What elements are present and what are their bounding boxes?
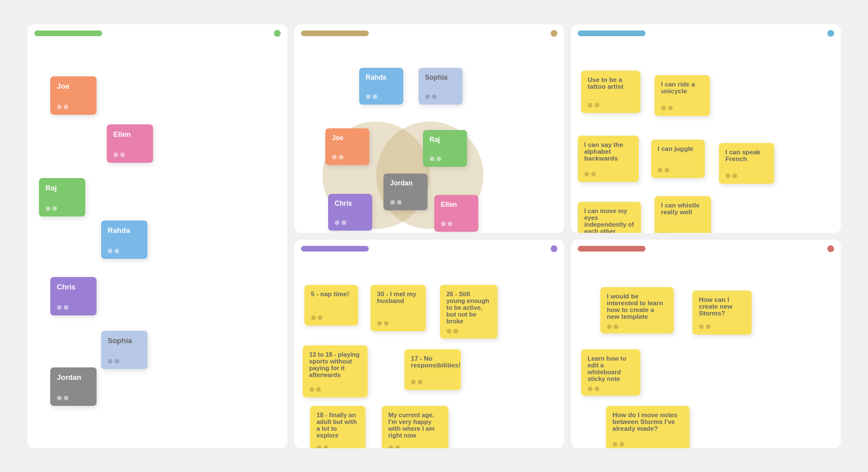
sticky-age-18-label: 18 - finally an adult but with a lot to … [317, 412, 359, 439]
sticky-storms-create-label: How can I create new Storms? [699, 296, 745, 317]
sticky-juggle-label: I can juggle [658, 145, 698, 152]
sticky-unicycle-label: I can ride a unicycle [661, 81, 703, 94]
sticky-age-current-label: My current age. I'm very happy with wher… [389, 412, 442, 439]
talents-panel-content: Use to be a tattoo artist I can ride a u… [571, 42, 841, 233]
sticky-venn-ellen-label: Ellen [441, 201, 472, 209]
sticky-tattoo-label: Use to be a tattoo artist [588, 76, 634, 90]
sticky-move-notes-label: How do I move notes between Storms I've … [613, 412, 683, 432]
talents-panel-header [571, 24, 841, 42]
sticky-venn-sophia[interactable]: Sophia [418, 68, 463, 105]
sticky-jordan-label: Jordan [57, 373, 90, 382]
sticky-age-26-label: 26 - Still young enough to be active, bu… [447, 291, 491, 324]
venn-panel-header [294, 24, 564, 42]
sticky-age-17-label: 17 - No responsibilities! [411, 355, 454, 369]
sticky-joe[interactable]: Joe [50, 76, 97, 115]
sticky-eyes[interactable]: I can move my eyes independently of each… [578, 202, 641, 233]
questions-panel: I would be interested to learn how to cr… [571, 240, 841, 448]
ages-panel-header [294, 240, 564, 258]
sticky-unicycle[interactable]: I can ride a unicycle [655, 75, 710, 116]
sticky-juggle[interactable]: I can juggle [651, 140, 705, 178]
sticky-sophia-label: Sophia [108, 336, 141, 345]
sticky-joe-label: Joe [57, 82, 90, 90]
sticky-venn-chris-label: Chris [335, 200, 365, 207]
ages-header-dot [551, 245, 557, 252]
sticky-age-13-label: 13 to 18 - playing sports without paying… [309, 351, 361, 378]
sticky-ellen-label: Ellen [114, 130, 146, 138]
sticky-age-5[interactable]: 5 - nap time! [304, 285, 358, 326]
sticky-age-18[interactable]: 18 - finally an adult but with a lot to … [310, 406, 365, 448]
people-header-bar [34, 31, 102, 36]
venn-panel: Rahda Sophia Joe Raj Jordan [294, 24, 564, 233]
sticky-ellen[interactable]: Ellen [107, 124, 153, 163]
sticky-venn-ellen[interactable]: Ellen [434, 195, 478, 232]
talents-panel: Use to be a tattoo artist I can ride a u… [571, 24, 841, 233]
sticky-chris[interactable]: Chris [50, 277, 97, 315]
people-header-dot [274, 30, 281, 37]
sticky-venn-rahda[interactable]: Rahda [359, 68, 403, 105]
talents-header-bar [578, 31, 645, 36]
sticky-edit-note[interactable]: Learn how to edit a whiteboard sticky no… [581, 349, 640, 396]
sticky-storms-create[interactable]: How can I create new Storms? [692, 291, 752, 335]
sticky-french-label: I can speak French [726, 149, 767, 162]
sticky-venn-joe-label: Joe [332, 134, 363, 142]
sticky-venn-raj-label: Raj [430, 136, 460, 144]
sticky-tattoo[interactable]: Use to be a tattoo artist [581, 71, 640, 113]
sticky-venn-chris[interactable]: Chris [328, 194, 372, 231]
sticky-venn-joe[interactable]: Joe [325, 128, 369, 165]
talents-header-dot [827, 30, 834, 37]
questions-header-dot [827, 245, 834, 252]
sticky-venn-rahda-label: Rahda [366, 73, 396, 81]
sticky-whistle-label: I can whistle really well [661, 202, 704, 215]
sticky-age-26[interactable]: 26 - Still young enough to be active, bu… [440, 285, 498, 339]
venn-header-bar [301, 31, 369, 36]
canvas: Joe Ellen Raj Rahda Chris [16, 13, 852, 460]
sticky-rahda-label: Rahda [108, 226, 141, 235]
sticky-chris-label: Chris [57, 283, 90, 291]
sticky-jordan[interactable]: Jordan [50, 367, 97, 406]
people-panel: Joe Ellen Raj Rahda Chris [28, 24, 287, 448]
sticky-sophia[interactable]: Sophia [101, 331, 147, 369]
people-panel-header [28, 24, 287, 42]
sticky-edit-note-label: Learn how to edit a whiteboard sticky no… [588, 355, 634, 382]
sticky-age-30[interactable]: 30 - I met my husband [370, 285, 426, 331]
sticky-template-label: I would be interested to learn how to cr… [607, 293, 667, 320]
ages-header-bar [301, 246, 369, 252]
sticky-age-current[interactable]: My current age. I'm very happy with wher… [382, 406, 448, 448]
ages-panel-content: 5 - nap time! 30 - I met my husband 26 -… [294, 258, 564, 448]
questions-panel-header [571, 240, 841, 258]
sticky-age-13[interactable]: 13 to 18 - playing sports without paying… [303, 345, 368, 397]
ages-panel: 5 - nap time! 30 - I met my husband 26 -… [294, 240, 564, 448]
sticky-age-30-label: 30 - I met my husband [377, 291, 419, 304]
sticky-alphabet[interactable]: I can say the alphabet backwards [578, 136, 639, 182]
people-panel-content: Joe Ellen Raj Rahda Chris [28, 42, 287, 448]
sticky-venn-sophia-label: Sophia [425, 73, 456, 81]
sticky-venn-jordan-label: Jordan [390, 179, 421, 187]
questions-panel-content: I would be interested to learn how to cr… [571, 258, 841, 448]
sticky-french[interactable]: I can speak French [719, 143, 774, 184]
sticky-move-notes[interactable]: How do I move notes between Storms I've … [606, 406, 690, 448]
sticky-age-5-label: 5 - nap time! [311, 291, 351, 297]
sticky-raj[interactable]: Raj [39, 178, 85, 216]
venn-panel-content: Rahda Sophia Joe Raj Jordan [294, 42, 564, 233]
venn-header-dot [551, 30, 557, 37]
sticky-raj-label: Raj [46, 184, 78, 192]
sticky-template[interactable]: I would be interested to learn how to cr… [600, 287, 674, 334]
sticky-venn-raj[interactable]: Raj [423, 130, 467, 167]
sticky-whistle[interactable]: I can whistle really well [655, 196, 711, 233]
questions-header-bar [578, 246, 645, 252]
sticky-alphabet-label: I can say the alphabet backwards [585, 141, 632, 162]
sticky-age-17[interactable]: 17 - No responsibilities! [404, 349, 461, 390]
sticky-eyes-label: I can move my eyes independently of each… [585, 207, 634, 233]
sticky-venn-jordan[interactable]: Jordan [383, 174, 428, 210]
sticky-rahda[interactable]: Rahda [101, 220, 147, 259]
